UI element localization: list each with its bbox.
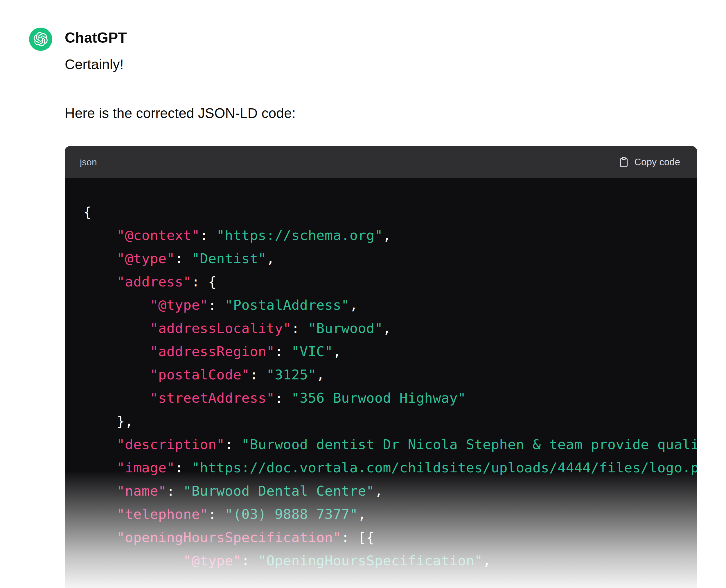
code-line: "postalCode": "3125",: [83, 363, 697, 386]
clipboard-icon: [618, 156, 629, 168]
code-line: "telephone": "(03) 9888 7377",: [83, 503, 697, 526]
chatgpt-avatar: [29, 27, 52, 51]
code-line: "streetAddress": "356 Burwood Highway": [83, 386, 697, 410]
code-line: "addressLocality": "Burwood",: [83, 317, 697, 340]
code-line: "description": "Burwood dentist Dr Nicol…: [83, 433, 697, 456]
code-line: },: [83, 410, 697, 433]
code-line: "@type": "Dentist",: [83, 247, 697, 270]
code-line: "address": {: [83, 270, 697, 293]
message-text-intro: Certainly!: [65, 56, 124, 73]
code-line: "@context": "https://schema.org",: [83, 224, 697, 247]
code-block-header: json Copy code: [65, 146, 697, 178]
message-text-lead-in: Here is the corrected JSON-LD code:: [65, 105, 296, 122]
code-line: "addressRegion": "VIC",: [83, 340, 697, 363]
code-line: "openingHoursSpecification": [{: [83, 526, 697, 549]
sender-name: ChatGPT: [65, 30, 127, 45]
code-line: {: [83, 201, 697, 224]
code-content: { "@context": "https://schema.org", "@ty…: [65, 178, 697, 572]
copy-code-label: Copy code: [634, 156, 680, 168]
code-language-label: json: [80, 157, 97, 168]
code-line: "@type": "PostalAddress",: [83, 293, 697, 317]
code-line: "image": "https://doc.vortala.com/childs…: [83, 456, 697, 479]
copy-code-button[interactable]: Copy code: [618, 156, 680, 168]
code-block: json Copy code { "@context": "https://sc…: [65, 146, 697, 588]
code-line: "name": "Burwood Dental Centre",: [83, 479, 697, 503]
openai-logo-icon: [34, 32, 48, 46]
chatgpt-conversation: ChatGPT Certainly! Here is the corrected…: [0, 0, 726, 588]
code-line: "@type": "OpeningHoursSpecification",: [83, 549, 697, 572]
